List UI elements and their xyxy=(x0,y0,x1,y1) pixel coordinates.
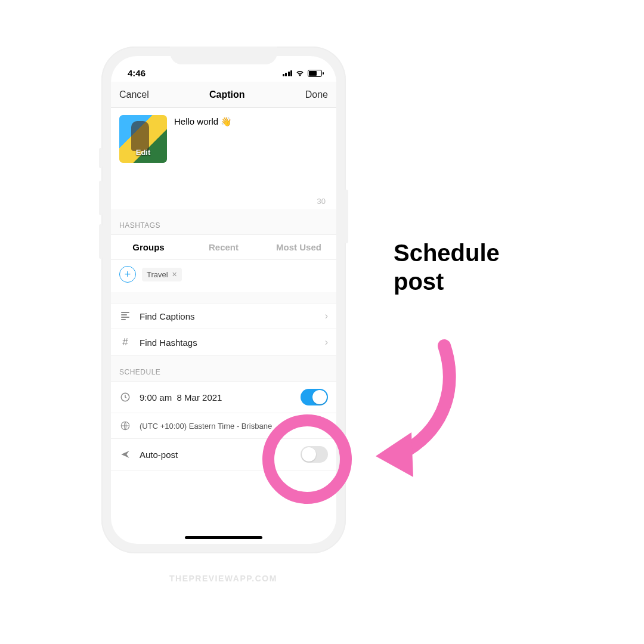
chevron-right-icon: › xyxy=(325,420,328,431)
post-thumbnail[interactable]: Edit xyxy=(119,115,167,163)
add-hashtag-group-button[interactable]: + xyxy=(119,266,136,283)
hashtags-section-title: HASHTAGS xyxy=(111,209,336,234)
phone-notch xyxy=(170,47,277,64)
caption-input[interactable]: Hello world 👋 xyxy=(174,115,232,163)
annotation-arrow-icon xyxy=(343,328,474,495)
globe-icon xyxy=(119,420,131,431)
done-button[interactable]: Done xyxy=(305,89,328,100)
signal-icon xyxy=(283,70,293,76)
hashtag-group-label: Travel xyxy=(147,270,168,279)
wifi-icon xyxy=(295,70,305,77)
timezone-row[interactable]: (UTC +10:00) Eastern Time - Brisbane › xyxy=(111,413,336,439)
nav-bar: Cancel Caption Done xyxy=(111,82,336,108)
hashtag-group-row: + Travel ✕ xyxy=(111,260,336,292)
phone-side-button xyxy=(99,224,103,259)
hashtag-counter: 30 xyxy=(317,197,326,206)
remove-tag-icon[interactable]: ✕ xyxy=(172,271,177,278)
find-captions-row[interactable]: Find Captions › xyxy=(111,303,336,329)
phone-screen: 4:46 Cancel Caption Done Edit Hello worl… xyxy=(111,56,336,544)
schedule-section-title: SCHEDULE xyxy=(111,356,336,381)
watermark: THEPREVIEWAPP.COM xyxy=(169,574,277,583)
battery-icon xyxy=(308,70,322,77)
autopost-label: Auto-post xyxy=(140,450,292,460)
edit-thumbnail-label[interactable]: Edit xyxy=(119,148,167,157)
hashtag-icon: # xyxy=(119,336,131,348)
chevron-right-icon: › xyxy=(325,311,328,321)
find-hashtags-label: Find Hashtags xyxy=(140,338,317,348)
schedule-time-label: 9:00 am 8 Mar 2021 xyxy=(140,392,292,402)
hashtag-tabs: Groups Recent Most Used xyxy=(111,234,336,260)
phone-side-button xyxy=(99,148,103,168)
annotation-callout: Schedule post xyxy=(394,239,500,296)
cancel-button[interactable]: Cancel xyxy=(119,89,149,100)
status-time: 4:46 xyxy=(128,68,145,78)
timezone-label: (UTC +10:00) Eastern Time - Brisbane xyxy=(140,422,317,431)
caption-section: Edit Hello world 👋 30 xyxy=(111,108,336,209)
list-icon xyxy=(119,311,131,321)
autopost-toggle[interactable] xyxy=(301,446,328,463)
schedule-toggle[interactable] xyxy=(301,389,328,405)
tab-recent[interactable]: Recent xyxy=(186,235,261,259)
clock-icon xyxy=(119,392,131,402)
tab-groups[interactable]: Groups xyxy=(111,235,186,259)
find-hashtags-row[interactable]: # Find Hashtags › xyxy=(111,329,336,356)
phone-frame: 4:46 Cancel Caption Done Edit Hello worl… xyxy=(101,47,346,553)
phone-side-button xyxy=(345,190,348,243)
tab-most-used[interactable]: Most Used xyxy=(261,235,336,259)
autopost-row[interactable]: Auto-post xyxy=(111,439,336,470)
find-captions-label: Find Captions xyxy=(140,311,317,321)
chevron-right-icon: › xyxy=(325,337,328,348)
home-indicator xyxy=(185,536,262,539)
phone-side-button xyxy=(99,181,103,215)
send-icon xyxy=(119,449,131,460)
hashtag-group-pill[interactable]: Travel ✕ xyxy=(142,268,182,281)
page-title: Caption xyxy=(209,89,245,100)
schedule-time-row[interactable]: 9:00 am 8 Mar 2021 xyxy=(111,381,336,413)
